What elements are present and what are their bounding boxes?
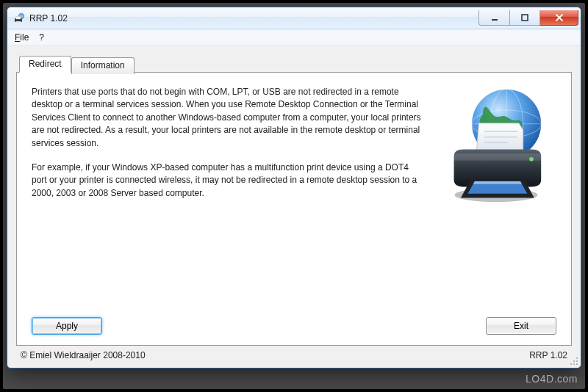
window-controls <box>478 10 578 26</box>
menu-help[interactable]: ? <box>39 32 44 43</box>
menu-file[interactable]: File <box>15 32 29 43</box>
exit-button[interactable]: Exit <box>486 317 556 335</box>
description-paragraph-2: For example, if your Windows XP-based co… <box>32 161 422 200</box>
client-area: Redirect Information Printers that use p… <box>7 46 581 368</box>
minimize-icon <box>490 13 499 22</box>
svg-rect-12 <box>576 357 578 359</box>
svg-rect-2 <box>16 16 21 19</box>
title-bar[interactable]: RRP 1.02 <box>7 7 581 29</box>
status-bar: © Emiel Wieldraaijer 2008-2010 RRP 1.02 <box>16 346 572 363</box>
svg-point-11 <box>529 157 534 161</box>
watermark-text: LO4D.com <box>526 373 578 385</box>
menu-bar: File ? <box>7 29 581 46</box>
svg-rect-15 <box>570 363 572 365</box>
svg-rect-14 <box>576 360 578 362</box>
close-button[interactable] <box>540 10 578 26</box>
svg-rect-16 <box>573 363 575 365</box>
description-text: Printers that use ports that do not begi… <box>32 86 422 211</box>
apply-button[interactable]: Apply <box>32 317 102 335</box>
resize-grip-icon[interactable] <box>569 356 579 366</box>
minimize-button[interactable] <box>478 10 509 26</box>
svg-rect-13 <box>573 360 575 362</box>
svg-rect-4 <box>492 19 498 21</box>
app-icon <box>13 12 25 24</box>
tab-redirect[interactable]: Redirect <box>19 56 71 73</box>
description-paragraph-1: Printers that use ports that do not begi… <box>32 86 422 150</box>
app-window: RRP 1.02 File ? Redirect Information <box>7 7 581 369</box>
close-icon <box>555 13 564 22</box>
copyright-text: © Emiel Wieldraaijer 2008-2010 <box>21 350 146 360</box>
version-text: RRP 1.02 <box>529 350 567 360</box>
window-title: RRP 1.02 <box>29 13 68 23</box>
tab-panel-redirect: Printers that use ports that do not begi… <box>16 72 572 346</box>
tab-information[interactable]: Information <box>71 57 135 74</box>
svg-rect-17 <box>576 363 578 365</box>
svg-rect-3 <box>16 21 21 23</box>
printer-globe-illustration <box>435 86 556 211</box>
maximize-icon <box>520 13 529 22</box>
button-row: Apply Exit <box>32 311 556 335</box>
tab-strip: Redirect Information <box>16 56 572 73</box>
svg-rect-10 <box>453 153 541 160</box>
svg-rect-5 <box>522 15 528 21</box>
maximize-button[interactable] <box>509 10 540 26</box>
